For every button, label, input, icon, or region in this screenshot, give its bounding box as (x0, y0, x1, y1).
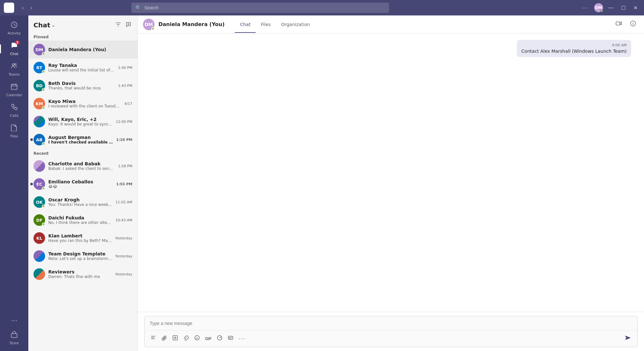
list-item[interactable]: DF Daichi Fukuda No, I think there are o… (28, 211, 137, 229)
list-item[interactable]: AB August Bergman I haven't checked avai… (28, 131, 137, 149)
more-options-button[interactable]: ··· (580, 3, 592, 13)
svg-point-5 (15, 64, 16, 65)
svg-rect-3 (9, 8, 12, 11)
chat-main: DM Daniela Mandera (You) Chat Files Orga… (138, 15, 644, 351)
store-icon (11, 331, 18, 340)
avatar (33, 116, 45, 127)
list-item[interactable]: Charlotte and Babak Babak: I asked the c… (28, 157, 137, 175)
list-item[interactable]: Reviewers Darren: Thats fine with me Yes… (28, 265, 137, 283)
files-icon (11, 124, 18, 133)
list-item[interactable]: OK Oscar Krogh You: Thanks! Have a nice … (28, 193, 137, 211)
more-options-toolbar-button[interactable]: ··· (237, 334, 247, 343)
unread-indicator (30, 138, 33, 141)
chat-item-info: Will, Kayo, Eric, +2 Kayo: It would be g… (48, 117, 113, 126)
sticker-button[interactable] (215, 334, 224, 344)
titlebar-actions: ··· DM — ☐ ✕ (580, 3, 640, 13)
chat-item-info: Beth Davis Thanks, that would be nice. (48, 81, 115, 90)
status-dot (42, 205, 45, 208)
svg-point-4 (12, 64, 14, 66)
status-dot (42, 52, 45, 55)
calendar-icon (11, 83, 18, 92)
sidebar-item-files[interactable]: Files (0, 122, 28, 141)
forward-button[interactable]: › (28, 3, 35, 13)
avatar: DM (33, 44, 45, 55)
format-text-button[interactable] (148, 334, 158, 344)
gif-button[interactable]: GIF (203, 335, 213, 342)
avatar (33, 250, 45, 262)
unread-indicator (30, 183, 33, 185)
tab-files[interactable]: Files (256, 17, 276, 33)
filter-button[interactable] (114, 21, 122, 30)
svg-rect-1 (9, 5, 12, 7)
sidebar-item-files-label: Files (10, 134, 18, 138)
tab-chat[interactable]: Chat (235, 17, 256, 33)
app-logo (4, 3, 14, 13)
status-dot (42, 223, 45, 226)
chat-title-chevron[interactable]: ⌄ (52, 23, 55, 28)
chat-item-info: Team Design Template Reta: Let's set up … (48, 251, 112, 261)
maximize-button[interactable]: ☐ (619, 4, 628, 12)
list-item[interactable]: KM Kayo Miwa I reviewed with the client … (28, 95, 137, 113)
new-chat-button[interactable] (125, 21, 132, 30)
list-item[interactable]: DM Daniela Mandera (You) (28, 41, 137, 59)
chat-icon: 2 (11, 42, 18, 51)
chat-item-info: Ray Tanaka Louisa will send the initial … (48, 63, 115, 72)
chat-item-info: August Bergman I haven't checked availab… (48, 135, 113, 144)
sidebar-item-chat[interactable]: 2 Chat (0, 39, 28, 59)
sidebar-item-calendar[interactable]: Calendar (0, 80, 28, 100)
link-button[interactable] (181, 334, 191, 344)
video-call-button[interactable] (613, 19, 625, 30)
immersive-reader-button[interactable] (226, 334, 235, 344)
avatar: BD (33, 80, 45, 91)
status-dot (42, 142, 45, 145)
svg-rect-8 (616, 22, 620, 25)
chat-header-tabs: Chat Files Organization (235, 16, 315, 32)
info-button[interactable] (627, 19, 639, 30)
close-button[interactable]: ✕ (631, 4, 640, 12)
back-button[interactable]: ‹ (19, 3, 26, 13)
sidebar-bottom: ··· Store (0, 314, 28, 348)
sidebar-item-teams-label: Teams (9, 72, 20, 77)
user-status-dot (601, 10, 603, 12)
avatar: KL (33, 232, 45, 244)
avatar: KM (33, 98, 45, 109)
chat-header-name: Daniela Mandera (You) (158, 21, 224, 27)
user-avatar[interactable]: DM (594, 3, 603, 12)
send-button[interactable] (622, 333, 633, 344)
chat-panel-actions (114, 21, 132, 30)
message-input-text (145, 316, 637, 330)
sidebar-item-activity[interactable]: Activity (0, 19, 28, 38)
sidebar-item-store[interactable]: Store (0, 328, 28, 348)
list-item[interactable]: Will, Kayo, Eric, +2 Kayo: It would be g… (28, 113, 137, 131)
list-item[interactable]: Team Design Template Reta: Let's set up … (28, 247, 137, 265)
tab-organization[interactable]: Organization (276, 17, 315, 33)
status-dot (42, 70, 45, 73)
list-item[interactable]: RT Ray Tanaka Louisa will send the initi… (28, 59, 137, 77)
status-dot (42, 106, 45, 109)
sidebar-item-teams[interactable]: Teams (0, 60, 28, 79)
chat-item-info: Charlotte and Babak Babak: I asked the c… (48, 161, 115, 171)
list-item[interactable]: BD Beth Davis Thanks, that would be nice… (28, 77, 137, 95)
chat-item-info: Kian Lambert Have you ran this by Beth? … (48, 233, 112, 243)
chat-list: Pinned DM Daniela Mandera (You) RT Ray (28, 32, 137, 351)
minimize-button[interactable]: — (606, 4, 616, 12)
avatar (33, 268, 45, 280)
message-input[interactable] (150, 321, 632, 326)
list-item[interactable]: KL Kian Lambert Have you ran this by Bet… (28, 229, 137, 247)
search-input[interactable] (144, 5, 385, 10)
message-item: 9:00 AM Contact Alex Marshall (Windows L… (517, 40, 631, 57)
chat-item-info: Oscar Krogh You: Thanks! Have a nice wee… (48, 197, 112, 207)
list-item[interactable]: EC Emiliano Ceballos 😂😂 1:55 PM (28, 175, 137, 193)
chat-header-avatar: DM (143, 19, 155, 30)
emoji-button[interactable] (192, 334, 202, 344)
sidebar-item-more[interactable]: ··· (0, 314, 28, 327)
sidebar-item-calendar-label: Calendar (6, 93, 22, 97)
sidebar-item-calls-label: Calls (10, 114, 18, 118)
loop-button[interactable] (170, 334, 180, 344)
avatar: OK (33, 196, 45, 208)
nav-controls: ‹ › (19, 3, 35, 13)
status-dot (42, 187, 45, 190)
header-status-dot (151, 27, 155, 30)
attach-button[interactable] (159, 334, 169, 344)
sidebar-item-calls[interactable]: Calls (0, 101, 28, 120)
